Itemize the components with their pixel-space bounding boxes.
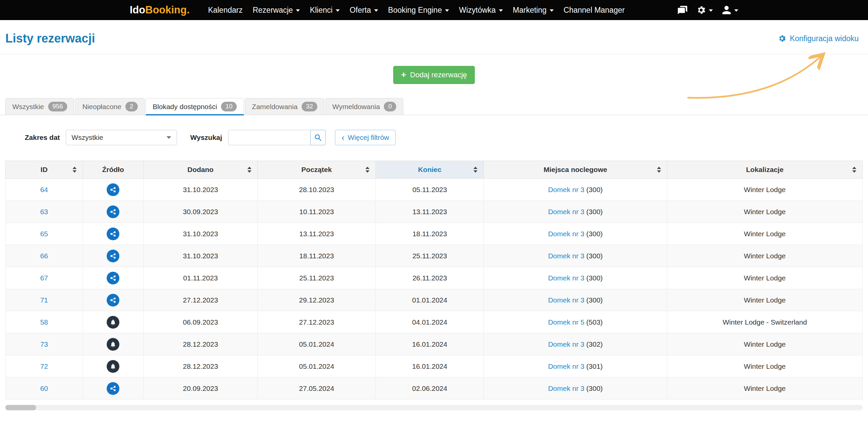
share-icon bbox=[107, 294, 119, 307]
sort-icon[interactable] bbox=[852, 167, 856, 173]
cell-id: 72 bbox=[6, 355, 83, 377]
view-configuration-link[interactable]: Konfiguracja widoku bbox=[778, 34, 859, 43]
cell-end: 13.11.2023 bbox=[376, 201, 484, 223]
place-code: (300) bbox=[586, 208, 603, 216]
reservation-id-link[interactable]: 73 bbox=[40, 340, 48, 348]
main-menu: Kalendarz Rezerwacje Klienci Oferta bbox=[203, 0, 629, 20]
cell-start: 13.11.2023 bbox=[257, 223, 376, 245]
logo-text-ido: Ido bbox=[130, 4, 146, 16]
tab[interactable]: Zameldowania 32 bbox=[245, 98, 324, 115]
tab-count-badge: 956 bbox=[48, 102, 67, 111]
logo-text-booking: Booking bbox=[146, 4, 187, 16]
place-link[interactable]: Domek nr 3 bbox=[548, 252, 585, 260]
place-code: (503) bbox=[586, 318, 603, 326]
place-link[interactable]: Domek nr 3 bbox=[548, 186, 585, 193]
reservation-id-link[interactable]: 65 bbox=[40, 230, 48, 237]
add-reservation-label: Dodaj rezerwację bbox=[410, 70, 467, 79]
reservation-id-link[interactable]: 66 bbox=[40, 252, 48, 260]
reservation-id-link[interactable]: 67 bbox=[40, 274, 48, 282]
search-button[interactable] bbox=[310, 130, 326, 145]
add-reservation-button[interactable]: Dodaj rezerwację bbox=[393, 66, 474, 84]
tab-count-badge: 2 bbox=[125, 102, 138, 111]
scrollbar-thumb[interactable] bbox=[5, 405, 36, 410]
nav-menu-item[interactable]: Rezerwacje bbox=[248, 0, 305, 20]
chevron-down-icon bbox=[550, 9, 554, 12]
place-code: (300) bbox=[586, 230, 603, 237]
tab[interactable]: Blokady dostępności 10 bbox=[146, 98, 244, 115]
search-icon bbox=[314, 134, 322, 142]
date-range-select[interactable]: Wszystkie bbox=[66, 130, 177, 145]
tab-label: Wymeldowania bbox=[332, 103, 380, 111]
cell-start: 29.12.2023 bbox=[257, 289, 376, 311]
cell-added: 28.12.2023 bbox=[144, 333, 257, 355]
cell-source bbox=[83, 355, 144, 377]
nav-menu-item[interactable]: Booking Engine bbox=[383, 0, 454, 20]
reservation-id-link[interactable]: 58 bbox=[40, 318, 48, 326]
cell-place: Domek nr 3 (300) bbox=[484, 179, 667, 201]
cell-added: 20.09.2023 bbox=[144, 377, 257, 400]
cell-source bbox=[83, 267, 144, 289]
more-filters-button[interactable]: Więcej filtrów bbox=[335, 130, 395, 145]
reservation-id-link[interactable]: 72 bbox=[40, 363, 48, 370]
sort-icon[interactable] bbox=[657, 167, 661, 173]
nav-menu-item[interactable]: Oferta bbox=[345, 0, 383, 20]
user-menu[interactable] bbox=[721, 5, 738, 15]
table-row: 63 30.09.2023 10.11.2023 13.11.2023 Dome… bbox=[6, 201, 863, 223]
column-header[interactable]: Źródło bbox=[83, 161, 144, 179]
sort-icon[interactable] bbox=[366, 167, 369, 173]
tab[interactable]: Nieopłacone 2 bbox=[75, 98, 145, 115]
reservation-id-link[interactable]: 71 bbox=[40, 296, 48, 304]
cell-place: Domek nr 3 (301) bbox=[484, 355, 667, 377]
cell-end: 25.11.2023 bbox=[376, 245, 484, 267]
reservation-id-link[interactable]: 63 bbox=[40, 208, 48, 216]
cell-source bbox=[83, 311, 144, 333]
place-link[interactable]: Domek nr 3 bbox=[548, 274, 585, 282]
place-code: (300) bbox=[586, 384, 603, 392]
column-header[interactable]: Miejsca noclegowe bbox=[484, 161, 667, 179]
nav-menu-item[interactable]: Kalendarz bbox=[203, 0, 248, 20]
cell-start: 05.01.2024 bbox=[257, 333, 376, 355]
reservation-id-link[interactable]: 64 bbox=[40, 186, 48, 193]
table-header-row: ID Źródło Dodano Początek bbox=[6, 161, 863, 179]
reservation-id-link[interactable]: 60 bbox=[40, 384, 48, 392]
column-header[interactable]: Koniec bbox=[376, 161, 484, 179]
cell-location: Winter Lodge bbox=[667, 201, 862, 223]
horizontal-scrollbar[interactable] bbox=[5, 405, 863, 410]
date-range-selected-value: Wszystkie bbox=[71, 134, 103, 142]
nav-menu-item[interactable]: Channel Manager bbox=[559, 0, 630, 20]
tab-count-badge: 32 bbox=[302, 102, 317, 111]
cell-start: 18.11.2023 bbox=[257, 245, 376, 267]
column-header[interactable]: ID bbox=[6, 161, 83, 179]
tab[interactable]: Wszystkie 956 bbox=[5, 98, 74, 115]
place-link[interactable]: Domek nr 3 bbox=[548, 384, 585, 392]
cell-source bbox=[83, 377, 144, 400]
column-header[interactable]: Początek bbox=[257, 161, 376, 179]
column-header[interactable]: Lokalizacje bbox=[667, 161, 862, 179]
sort-icon[interactable] bbox=[473, 167, 477, 173]
place-link[interactable]: Domek nr 3 bbox=[548, 230, 585, 237]
chevron-down-icon bbox=[374, 9, 378, 12]
search-input[interactable] bbox=[228, 130, 310, 145]
nav-menu-item[interactable]: Wizytówka bbox=[454, 0, 508, 20]
messages-icon[interactable] bbox=[677, 5, 687, 15]
column-header[interactable]: Dodano bbox=[144, 161, 257, 179]
sort-icon[interactable] bbox=[247, 167, 251, 173]
settings-menu[interactable] bbox=[696, 5, 713, 15]
place-link[interactable]: Domek nr 3 bbox=[548, 208, 585, 216]
app-logo[interactable]: IdoBooking. bbox=[130, 4, 190, 16]
cell-place: Domek nr 3 (300) bbox=[484, 289, 667, 311]
nav-menu-item[interactable]: Marketing bbox=[508, 0, 559, 20]
reservations-table-wrap: ID Źródło Dodano Początek bbox=[5, 161, 863, 400]
place-link[interactable]: Domek nr 5 bbox=[548, 318, 585, 326]
place-link[interactable]: Domek nr 3 bbox=[548, 296, 585, 304]
tab[interactable]: Wymeldowania 0 bbox=[326, 98, 403, 115]
nav-menu-item[interactable]: Klienci bbox=[305, 0, 345, 20]
place-link[interactable]: Domek nr 3 bbox=[548, 363, 585, 370]
cell-source bbox=[83, 333, 144, 355]
gear-icon bbox=[778, 34, 786, 43]
sort-icon[interactable] bbox=[72, 167, 76, 173]
date-range-label: Zakres dat bbox=[25, 134, 60, 142]
place-link[interactable]: Domek nr 3 bbox=[548, 340, 585, 348]
cell-id: 73 bbox=[6, 333, 83, 355]
cell-source bbox=[83, 289, 144, 311]
